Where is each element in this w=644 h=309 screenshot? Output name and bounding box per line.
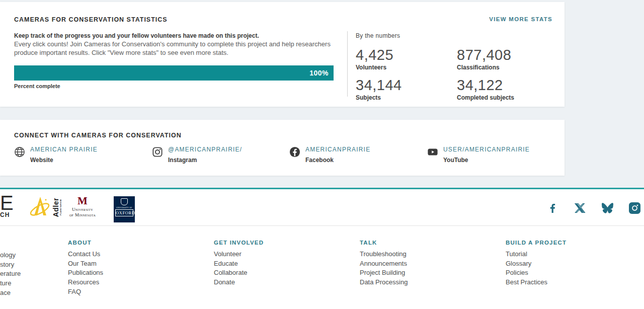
- youtube-icon: [427, 146, 438, 158]
- footer-column-heading: TALK: [360, 240, 408, 246]
- stat-value: 4,425: [356, 47, 457, 62]
- oxford-wordmark: OXFORD: [115, 209, 133, 216]
- stat-volunteers: 4,425 Volunteers: [356, 47, 457, 71]
- facebook-icon[interactable]: [547, 202, 558, 214]
- footer-link-troubleshooting[interactable]: Troubleshooting: [360, 250, 408, 259]
- minnesota-text-line2: of Minnesota: [59, 212, 106, 218]
- connect-link-instagram[interactable]: @AMERICANPRAIRIE/ Instagram: [152, 146, 242, 164]
- statistics-card: CAMERAS FOR CONSERVATION STATISTICS VIEW…: [0, 2, 565, 107]
- connect-card: CONNECT WITH CAMERAS FOR CONSERVATION AM…: [0, 120, 565, 176]
- zooniverse-wordmark-fragment: E: [0, 193, 14, 212]
- globe-icon: [14, 146, 25, 158]
- stat-label: Subjects: [356, 94, 457, 101]
- stat-value: 877,408: [457, 47, 514, 62]
- connect-link-youtube[interactable]: USER/AMERICANPRAIRIE YouTube: [427, 146, 530, 164]
- zooniverse-logo-partial[interactable]: E CH: [0, 193, 14, 218]
- progress-bar: 100%: [14, 65, 334, 81]
- footer-link-publications[interactable]: Publications: [68, 268, 103, 278]
- stat-label: Volunteers: [356, 64, 457, 71]
- footer-link-policies[interactable]: Policies: [506, 268, 567, 278]
- connect-platform: Facebook: [305, 157, 370, 164]
- connect-handle: AMERICANPRAIRIE: [305, 146, 370, 153]
- university-of-oxford-logo[interactable]: UNIVERSITY OF OXFORD: [114, 196, 135, 222]
- oxford-crest-icon: [121, 198, 128, 205]
- footer-link-our-team[interactable]: Our Team: [68, 259, 103, 269]
- footer-link-resources[interactable]: Resources: [68, 278, 103, 287]
- footer-column-talk: TALK Troubleshooting Announcements Proje…: [360, 240, 408, 287]
- footer-link[interactable]: ture: [0, 279, 21, 288]
- footer-link-data-processing[interactable]: Data Processing: [360, 278, 408, 287]
- x-icon[interactable]: [574, 202, 586, 214]
- statistics-card-title: CAMERAS FOR CONSERVATION STATISTICS: [14, 16, 168, 23]
- view-more-stats-link[interactable]: VIEW MORE STATS: [489, 16, 552, 22]
- footer-column-build-a-project: BUILD A PROJECT Tutorial Glossary Polici…: [506, 240, 567, 287]
- stats-intro-body: Every click counts! Join Cameras for Con…: [14, 40, 339, 57]
- footer-link[interactable]: ology: [0, 251, 21, 260]
- instagram-icon: [152, 146, 163, 158]
- adler-wordmark: Adler: [52, 198, 60, 217]
- footer-link-glossary[interactable]: Glossary: [506, 259, 567, 269]
- adler-planetarium-logo[interactable]: Adler PLANETARIUM: [29, 195, 62, 219]
- bluesky-icon[interactable]: [602, 202, 613, 214]
- project-stats-page: CAMERAS FOR CONSERVATION STATISTICS VIEW…: [0, 0, 644, 309]
- footer-link[interactable]: story: [0, 260, 21, 270]
- stat-value: 34,144: [356, 78, 457, 93]
- facebook-icon: [289, 146, 300, 158]
- footer-column-projects-cut: ology story erature ture ace: [0, 240, 21, 298]
- connect-platform: YouTube: [443, 157, 530, 164]
- footer: E CH Adler PLANETARIUM M University of M…: [0, 189, 644, 309]
- footer-link-donate[interactable]: Donate: [214, 278, 264, 287]
- footer-column-heading: GET INVOLVED: [214, 240, 264, 246]
- stat-label: Completed subjects: [457, 94, 514, 101]
- university-of-minnesota-logo[interactable]: M University of Minnesota: [59, 196, 106, 217]
- footer-divider: [0, 225, 644, 226]
- stats-intro-lead: Keep track of the progress you and your …: [14, 32, 339, 40]
- footer-link-best-practices[interactable]: Best Practices: [506, 278, 567, 287]
- footer-link-volunteer[interactable]: Volunteer: [214, 250, 264, 259]
- stat-completed-subjects: 34,122 Completed subjects: [457, 78, 514, 101]
- by-the-numbers-heading: By the numbers: [356, 32, 514, 39]
- stat-value: 34,122: [457, 78, 514, 93]
- adler-mark-icon: [29, 195, 51, 219]
- footer-link[interactable]: erature: [0, 269, 21, 279]
- connect-handle: USER/AMERICANPRAIRIE: [443, 146, 530, 153]
- by-the-numbers: By the numbers 4,425 Volunteers 877,408 …: [356, 32, 514, 101]
- minnesota-text-line1: University: [59, 207, 106, 212]
- connect-handle: AMERICAN PRAIRIE: [30, 146, 98, 153]
- footer-link-announcements[interactable]: Announcements: [360, 259, 408, 269]
- instagram-icon[interactable]: [629, 202, 640, 214]
- footer-column-heading: BUILD A PROJECT: [506, 240, 567, 246]
- footer-column-heading: ABOUT: [68, 240, 103, 246]
- footer-link-collaborate[interactable]: Collaborate: [214, 268, 264, 278]
- connect-link-website[interactable]: AMERICAN PRAIRIE Website: [14, 146, 98, 164]
- footer-column-get-involved: GET INVOLVED Volunteer Educate Collabora…: [214, 240, 264, 287]
- stats-grid: 4,425 Volunteers 877,408 Classifications…: [356, 47, 514, 101]
- connect-platform: Website: [30, 157, 98, 164]
- connect-handle: @AMERICANPRAIRIE/: [168, 146, 242, 153]
- stat-classifications: 877,408 Classifications: [457, 47, 514, 71]
- progress-caption: Percent complete: [14, 83, 60, 89]
- connect-platform: Instagram: [168, 157, 242, 164]
- stats-intro: Keep track of the progress you and your …: [14, 32, 339, 57]
- progress-bar-fill: 100%: [14, 65, 334, 81]
- footer-link[interactable]: ace: [0, 288, 21, 298]
- connect-link-facebook[interactable]: AMERICANPRAIRIE Facebook: [289, 146, 370, 164]
- footer-link-tutorial[interactable]: Tutorial: [506, 250, 567, 259]
- footer-link-project-building[interactable]: Project Building: [360, 268, 408, 278]
- footer-link-contact-us[interactable]: Contact Us: [68, 250, 103, 259]
- footer-column-about: ABOUT Contact Us Our Team Publications R…: [68, 240, 103, 297]
- stat-subjects: 34,144 Subjects: [356, 78, 457, 101]
- footer-link-faq[interactable]: FAQ: [68, 287, 103, 297]
- vertical-divider: [347, 31, 348, 97]
- oxford-subtext: UNIVERSITY OF: [114, 207, 135, 209]
- minnesota-monogram: M: [59, 196, 106, 205]
- connect-card-title: CONNECT WITH CAMERAS FOR CONSERVATION: [14, 132, 182, 139]
- stat-label: Classifications: [457, 64, 514, 71]
- footer-link-educate[interactable]: Educate: [214, 259, 264, 269]
